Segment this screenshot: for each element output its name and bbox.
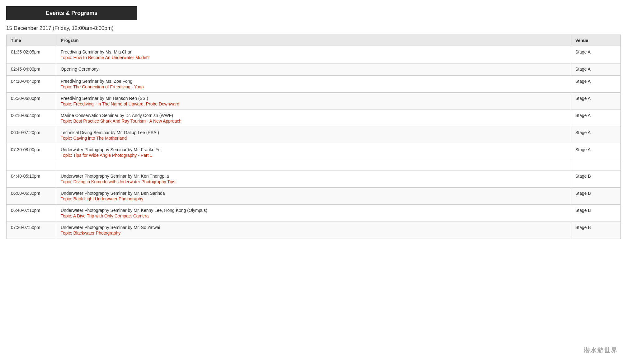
table-row: 04:10-04:40pmFreediving Seminar by Ms. Z… bbox=[7, 76, 621, 93]
cell-program: Technical Diving Seminar by Mr. Gallup L… bbox=[56, 127, 571, 144]
events-table: Time Program Venue 01:35-02:05pmFreedivi… bbox=[6, 35, 621, 239]
table-row: 05:30-06:00pmFreediving Seminar by Mr. H… bbox=[7, 93, 621, 110]
program-title-text: Underwater Photography Seminar by Mr. Ke… bbox=[61, 208, 566, 213]
program-title-text: Freediving Seminar by Ms. Mia Chan bbox=[61, 49, 566, 54]
cell-time: 06:00-06:30pm bbox=[7, 188, 56, 205]
program-title-text: Underwater Photography Seminar by Mr. So… bbox=[61, 225, 566, 230]
cell-venue: Stage A bbox=[571, 76, 621, 93]
cell-venue: Stage B bbox=[571, 205, 621, 222]
program-title-text: Opening Ceremony bbox=[61, 67, 566, 72]
cell-venue: Stage B bbox=[571, 222, 621, 239]
cell-time: 06:10-06:40pm bbox=[7, 110, 56, 127]
table-row: 06:00-06:30pmUnderwater Photography Semi… bbox=[7, 188, 621, 205]
cell-venue: Stage A bbox=[571, 110, 621, 127]
cell-time: 06:40-07:10pm bbox=[7, 205, 56, 222]
cell-time: 07:20-07:50pm bbox=[7, 222, 56, 239]
cell-time: 01:35-02:05pm bbox=[7, 46, 56, 63]
cell-program: Underwater Photography Seminar by Mr. So… bbox=[56, 222, 571, 239]
cell-program: Underwater Photography Seminar by Mr. Ke… bbox=[56, 170, 571, 188]
cell-program: Underwater Photography Seminar by Mr. Fr… bbox=[56, 144, 571, 161]
watermark: 潜水游世界 bbox=[583, 346, 618, 355]
cell-time: 07:30-08:00pm bbox=[7, 144, 56, 161]
program-topic-text: Topic: Back Light Underwater Photography bbox=[61, 196, 566, 201]
program-title-text: Marine Conservation Seminar by Dr. Andy … bbox=[61, 113, 566, 118]
cell-program: Underwater Photography Seminar by Mr. Be… bbox=[56, 188, 571, 205]
table-row: 04:40-05:10pmUnderwater Photography Semi… bbox=[7, 170, 621, 188]
header-title: Events & Programs bbox=[46, 10, 97, 16]
program-title-text: Freediving Seminar by Mr. Hanson Ren (SS… bbox=[61, 96, 566, 101]
program-topic-text: Topic: Best Practice Shark And Ray Touri… bbox=[61, 119, 566, 124]
cell-program: Underwater Photography Seminar by Mr. Ke… bbox=[56, 205, 571, 222]
cell-program: Opening Ceremony bbox=[56, 63, 571, 76]
table-row: 02:45-04:00pmOpening CeremonyStage A bbox=[7, 63, 621, 76]
program-topic-text: Topic: Diving in Komodo with Underwater … bbox=[61, 179, 566, 184]
program-topic-text: Topic: Tips for Wide Angle Photography -… bbox=[61, 153, 566, 158]
cell-venue: Stage A bbox=[571, 46, 621, 63]
col-header-time: Time bbox=[7, 35, 56, 46]
cell-program: Freediving Seminar by Mr. Hanson Ren (SS… bbox=[56, 93, 571, 110]
program-topic-text: Topic: Freediving - in The Name of Upwar… bbox=[61, 101, 566, 106]
table-row: 06:50-07:20pmTechnical Diving Seminar by… bbox=[7, 127, 621, 144]
table-row: 06:10-06:40pmMarine Conservation Seminar… bbox=[7, 110, 621, 127]
program-topic-text: Topic: The Connection of Freediving · Yo… bbox=[61, 84, 566, 89]
cell-time: 06:50-07:20pm bbox=[7, 127, 56, 144]
cell-program: Freediving Seminar by Ms. Zoe FongTopic:… bbox=[56, 76, 571, 93]
cell-time: 04:10-04:40pm bbox=[7, 76, 56, 93]
date-line: 15 December 2017 (Friday, 12:00am-8:00pm… bbox=[6, 25, 621, 31]
cell-venue: Stage A bbox=[571, 144, 621, 161]
cell-time: 02:45-04:00pm bbox=[7, 63, 56, 76]
table-row: 07:20-07:50pmUnderwater Photography Semi… bbox=[7, 222, 621, 239]
col-header-program: Program bbox=[56, 35, 571, 46]
cell-time: 05:30-06:00pm bbox=[7, 93, 56, 110]
table-row: 06:40-07:10pmUnderwater Photography Semi… bbox=[7, 205, 621, 222]
program-title-text: Underwater Photography Seminar by Mr. Fr… bbox=[61, 147, 566, 152]
table-row: 07:30-08:00pmUnderwater Photography Semi… bbox=[7, 144, 621, 161]
cell-time: 04:40-05:10pm bbox=[7, 170, 56, 188]
program-topic-text: Topic: How to Become An Underwater Model… bbox=[61, 55, 566, 60]
program-topic-text: Topic: Blackwater Photography bbox=[61, 231, 566, 236]
header-box: Events & Programs bbox=[6, 6, 137, 20]
table-row bbox=[7, 161, 621, 170]
cell-venue: Stage B bbox=[571, 170, 621, 188]
cell-venue: Stage A bbox=[571, 93, 621, 110]
program-title-text: Freediving Seminar by Ms. Zoe Fong bbox=[61, 79, 566, 84]
program-title-text: Technical Diving Seminar by Mr. Gallup L… bbox=[61, 130, 566, 135]
table-row: 01:35-02:05pmFreediving Seminar by Ms. M… bbox=[7, 46, 621, 63]
program-title-text: Underwater Photography Seminar by Mr. Ke… bbox=[61, 174, 566, 179]
col-header-venue: Venue bbox=[571, 35, 621, 46]
cell-program: Marine Conservation Seminar by Dr. Andy … bbox=[56, 110, 571, 127]
cell-venue: Stage A bbox=[571, 63, 621, 76]
program-topic-text: Topic: A Dive Trip with Only Compact Cam… bbox=[61, 213, 566, 218]
program-topic-text: Topic: Caving into The Motherland bbox=[61, 136, 566, 141]
cell-program: Freediving Seminar by Ms. Mia ChanTopic:… bbox=[56, 46, 571, 63]
cell-venue: Stage B bbox=[571, 188, 621, 205]
program-title-text: Underwater Photography Seminar by Mr. Be… bbox=[61, 191, 566, 196]
cell-venue: Stage A bbox=[571, 127, 621, 144]
